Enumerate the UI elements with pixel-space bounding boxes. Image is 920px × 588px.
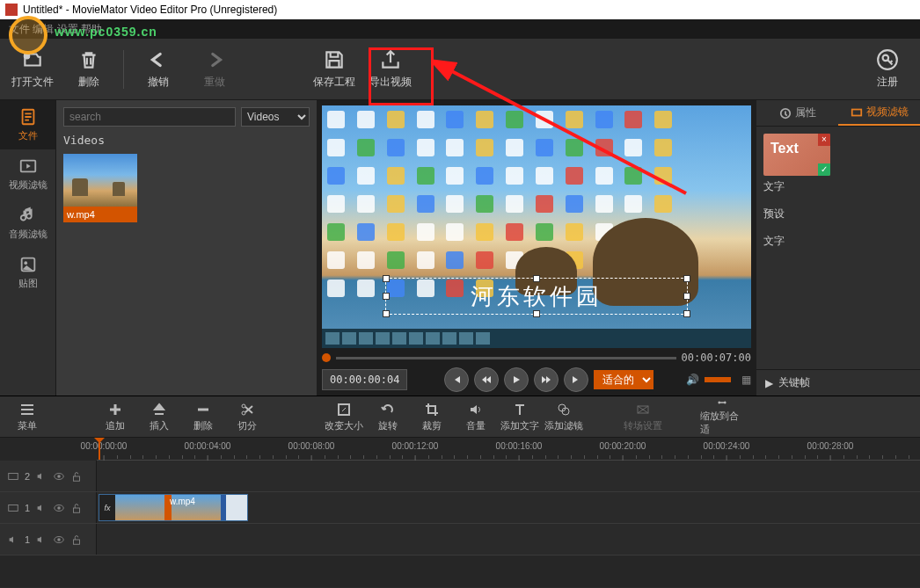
playhead[interactable] xyxy=(99,438,100,460)
track-head-v2[interactable]: 2 xyxy=(0,461,97,491)
speaker-icon[interactable] xyxy=(35,470,47,483)
nav-video-filter[interactable]: 视频滤镜 xyxy=(0,149,55,199)
text-label: 文字 xyxy=(763,234,913,249)
app-icon xyxy=(5,4,18,16)
timeline: 00:00:00:0000:00:04:0000:00:08:0000:00:1… xyxy=(0,438,920,587)
speaker-icon[interactable] xyxy=(35,534,47,546)
tl-addtext-button[interactable]: 添加文字 xyxy=(498,397,542,436)
svg-rect-26 xyxy=(74,540,80,544)
speaker-icon[interactable] xyxy=(7,534,19,546)
timeline-ruler[interactable]: 00:00:00:0000:00:04:0000:00:08:0000:00:1… xyxy=(97,438,920,461)
lock-icon[interactable] xyxy=(70,470,83,483)
svg-point-25 xyxy=(57,538,61,541)
svg-point-18 xyxy=(57,475,61,478)
tl-volume-button[interactable]: 音量 xyxy=(454,397,498,436)
undo-button[interactable]: 撤销 xyxy=(131,43,186,96)
zoom-select[interactable]: 适合的 xyxy=(594,370,653,389)
remove-filter-icon[interactable]: × xyxy=(818,134,830,146)
keyframes-toggle[interactable]: ▶ 关键帧 xyxy=(756,369,920,396)
tab-attributes[interactable]: 属性 xyxy=(756,100,838,126)
tl-remove-button[interactable]: 删除 xyxy=(181,397,225,436)
tab-video-filter[interactable]: 视频滤镜 xyxy=(838,100,920,126)
category-select[interactable]: Videos xyxy=(241,107,310,127)
svg-point-22 xyxy=(57,506,61,510)
skip-end-button[interactable] xyxy=(564,367,588,392)
track-head-v1[interactable]: 1 xyxy=(0,492,97,523)
svg-rect-19 xyxy=(74,476,80,481)
tl-append-button[interactable]: 追加 xyxy=(93,397,137,436)
skip-start-button[interactable] xyxy=(444,367,469,392)
svg-point-10 xyxy=(242,404,245,408)
export-video-button[interactable]: 导出视频 xyxy=(363,43,418,96)
track-v1: 1 fx w.mp4 xyxy=(0,492,920,524)
rewind-button[interactable] xyxy=(474,367,499,392)
register-button[interactable]: 注册 xyxy=(860,43,915,96)
speaker-icon[interactable] xyxy=(35,502,47,514)
undo-icon xyxy=(147,48,170,71)
timeline-toolbar: 菜单 追加 插入 删除 切分 改变大小 旋转 裁剪 音量 添加文字 添加滤镜 转… xyxy=(0,396,920,438)
svg-rect-23 xyxy=(74,508,80,512)
tl-transition-button[interactable]: 转场设置 xyxy=(621,397,665,436)
tl-crop-button[interactable]: 裁剪 xyxy=(410,397,454,436)
scrub-bar[interactable]: 00:00:07:00 xyxy=(322,352,751,364)
lock-icon[interactable] xyxy=(70,502,83,514)
eye-icon[interactable] xyxy=(53,470,65,483)
save-icon xyxy=(323,48,346,71)
tl-split-button[interactable]: 切分 xyxy=(225,397,269,436)
play-button[interactable] xyxy=(504,367,529,392)
title-bar: Untitled* - MovieMator Video Editor Pro … xyxy=(0,0,920,19)
track-body[interactable]: fx w.mp4 xyxy=(97,492,920,523)
timeline-clip[interactable]: fx w.mp4 xyxy=(99,494,248,521)
apply-filter-icon[interactable]: ✓ xyxy=(818,163,830,176)
export-icon xyxy=(379,48,402,71)
svg-point-7 xyxy=(24,261,27,265)
transport-controls: 00:00:00:04 适合的 🔊 ▦ xyxy=(322,366,751,394)
menu-bar[interactable]: 文件 编辑 设置 帮助 xyxy=(0,19,920,39)
search-input[interactable] xyxy=(63,107,236,127)
tl-rotate-button[interactable]: 旋转 xyxy=(366,397,410,436)
delete-button[interactable]: 删除 xyxy=(62,43,116,96)
tl-zoomfit-button[interactable]: 缩放到合适 xyxy=(700,397,744,436)
grid-icon[interactable]: ▦ xyxy=(741,374,751,386)
tl-resize-button[interactable]: 改变大小 xyxy=(322,397,366,436)
tl-insert-button[interactable]: 插入 xyxy=(137,397,181,436)
track-body[interactable] xyxy=(97,524,920,555)
volume-icon[interactable]: 🔊 xyxy=(686,374,699,386)
key-icon xyxy=(876,48,899,71)
filter-thumbnail[interactable]: Text × ✓ xyxy=(763,134,830,176)
volume-slider[interactable] xyxy=(705,377,731,382)
media-thumbnail[interactable]: w.mp4 xyxy=(63,154,137,222)
window-title: Untitled* - MovieMator Video Editor Pro … xyxy=(23,4,277,16)
save-project-button[interactable]: 保存工程 xyxy=(307,43,361,96)
nav-sticker[interactable]: 贴图 xyxy=(0,248,55,297)
track-head-a1[interactable]: 1 xyxy=(0,524,97,555)
preset-label: 预设 xyxy=(763,207,913,221)
lock-icon[interactable] xyxy=(70,534,83,546)
tl-addfilter-button[interactable]: 添加滤镜 xyxy=(542,397,586,436)
preview-taskbar xyxy=(322,329,751,348)
duration-timecode: 00:00:07:00 xyxy=(682,352,751,364)
current-timecode[interactable]: 00:00:00:04 xyxy=(322,369,407,390)
workspace: 文件 视频滤镜 音频滤镜 贴图 Videos Videos w.mp4 xyxy=(0,100,920,396)
redo-button[interactable]: 重做 xyxy=(187,43,242,96)
nav-file[interactable]: 文件 xyxy=(0,100,55,149)
eye-icon[interactable] xyxy=(53,502,65,514)
clip-fx-badge: fx xyxy=(99,495,115,520)
tl-menu-button[interactable]: 菜单 xyxy=(5,397,49,436)
svg-point-11 xyxy=(242,411,245,415)
timeline-tracks: 2 1 fx w.mp4 xyxy=(0,461,920,587)
track-body[interactable] xyxy=(97,461,920,491)
nav-audio-filter[interactable]: 音频滤镜 xyxy=(0,199,55,248)
track-v2: 2 xyxy=(0,461,920,492)
text-overlay[interactable]: 河东软件园 xyxy=(385,278,688,315)
trash-icon xyxy=(77,48,100,71)
open-file-icon xyxy=(21,48,44,71)
menu-items[interactable]: 文件 编辑 设置 帮助 xyxy=(9,23,102,35)
chevron-right-icon: ▶ xyxy=(765,377,773,389)
eye-icon[interactable] xyxy=(53,534,65,546)
category-label: Videos xyxy=(63,134,310,147)
forward-button[interactable] xyxy=(534,367,559,392)
properties-panel: 属性 视频滤镜 Text × ✓ 文字 预设 文字 ▶ 关键帧 xyxy=(756,100,920,396)
open-file-button[interactable]: 打开文件 xyxy=(5,43,60,96)
preview-canvas[interactable]: 河东软件园 xyxy=(322,105,751,348)
